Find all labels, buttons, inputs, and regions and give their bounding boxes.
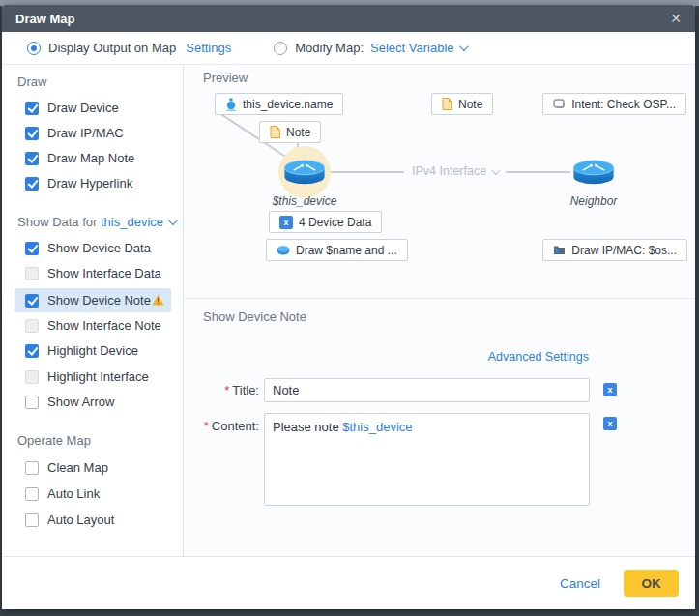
intent-tag-label: Intent: Check OSP...: [571, 98, 676, 111]
note-tag-top[interactable]: Note: [431, 93, 493, 115]
checkbox-draw-ip-mac[interactable]: Draw IP/MAC: [15, 121, 171, 145]
checkbox-show-device-data[interactable]: Show Device Data: [15, 236, 171, 260]
show-data-title-text: Show Data for: [17, 215, 97, 229]
advanced-settings-link[interactable]: Advanced Settings: [488, 350, 589, 364]
checkbox-icon: [25, 461, 39, 475]
chevron-down-icon: [458, 42, 468, 51]
required-marker: *: [224, 383, 229, 397]
note-tag[interactable]: Note: [259, 121, 321, 143]
draw-map-dialog: Draw Map ✕ Display Output on Map Setting…: [2, 5, 695, 609]
checkbox-highlight-device[interactable]: Highlight Device: [15, 338, 171, 363]
checkbox-show-interface-data[interactable]: Show Interface Data: [15, 261, 171, 285]
operate-map-section-title: Operate Map: [17, 433, 91, 448]
panel-title: Show Device Note: [203, 309, 306, 324]
checkbox-icon: [25, 152, 39, 165]
select-variable-label: Select Variable: [370, 41, 453, 55]
device-name-tag[interactable]: this_device.name: [215, 93, 343, 115]
radio-modify-map[interactable]: Modify Map:: [274, 41, 364, 55]
checkbox-show-interface-note[interactable]: Show Interface Note: [15, 313, 171, 337]
checkbox-icon: [25, 370, 39, 384]
radio-unselected-icon: [274, 42, 287, 55]
checkbox-draw-hyperlink[interactable]: Draw Hyperlink: [15, 171, 171, 195]
checkbox-icon: [25, 177, 39, 191]
variable-icon: x: [279, 216, 293, 229]
options-sidebar: Draw Draw Device Draw IP/MAC Draw Map No…: [2, 65, 184, 556]
content-textarea[interactable]: Please note $this_device: [264, 413, 590, 506]
checkbox-auto-link[interactable]: Auto Link: [15, 482, 171, 506]
device-data-tag[interactable]: x 4 Device Data: [269, 211, 382, 233]
preview-title: Preview: [203, 71, 248, 85]
show-device-note-panel: Show Device Note Advanced Settings *Titl…: [184, 298, 695, 556]
draw-section-title: Draw: [17, 74, 46, 89]
draw-ipmac-tag[interactable]: Draw IP/MAC: $os...: [542, 239, 687, 261]
checkbox-icon: [25, 513, 39, 527]
radio-display-output-on-map[interactable]: Display Output on Map: [27, 41, 176, 55]
dialog-footer: Cancel OK: [2, 556, 695, 609]
show-data-variable-dropdown[interactable]: this_device: [101, 215, 175, 229]
checkbox-icon: [25, 319, 39, 333]
radio-selected-icon: [27, 42, 41, 55]
title-field-label: *Title:: [184, 383, 259, 397]
settings-link[interactable]: Settings: [186, 41, 231, 55]
checkbox-draw-device[interactable]: Draw Device: [15, 96, 171, 120]
checkbox-icon: [25, 102, 39, 115]
router-icon-neighbor[interactable]: [571, 158, 616, 187]
checkbox-draw-map-note[interactable]: Draw Map Note: [15, 146, 171, 170]
draw-name-tag[interactable]: Draw $name and ...: [266, 239, 408, 261]
checkbox-icon: [25, 267, 39, 280]
checkbox-clean-map[interactable]: Clean Map: [15, 455, 171, 480]
cancel-button[interactable]: Cancel: [560, 576, 600, 591]
note-icon: [270, 126, 280, 138]
device-name-icon: [225, 98, 237, 111]
title-input[interactable]: [264, 378, 590, 402]
intent-icon: [553, 99, 566, 110]
note-icon: [442, 98, 452, 110]
neighbor-label: Neighbor: [543, 194, 644, 208]
warning-icon: [152, 294, 164, 306]
link-interface-label: IPv4 Interface: [412, 164, 486, 178]
dialog-title: Draw Map: [15, 12, 74, 26]
checkbox-icon: [25, 396, 39, 409]
chevron-down-icon: [168, 216, 178, 225]
radio-display-output-label: Display Output on Map: [48, 41, 176, 55]
checkbox-show-device-note[interactable]: Show Device Note: [15, 288, 171, 312]
close-icon[interactable]: ✕: [670, 11, 682, 26]
content-text: Please note: [273, 420, 342, 434]
checkbox-icon: [25, 487, 39, 501]
select-variable-dropdown[interactable]: Select Variable: [370, 41, 465, 55]
dialog-header: Draw Map ✕: [2, 5, 695, 32]
this-device-label: $this_device: [254, 194, 355, 208]
checkbox-icon: [25, 344, 39, 358]
device-name-tag-label: this_device.name: [243, 98, 333, 111]
variable-icon[interactable]: x: [603, 417, 617, 430]
checkbox-show-arrow[interactable]: Show Arrow: [15, 390, 171, 414]
note-tag-label: Note: [286, 126, 310, 139]
mode-bar: Display Output on Map Settings Modify Ma…: [2, 32, 695, 65]
content-area: Preview this_device.name: [184, 65, 695, 556]
radio-modify-map-label: Modify Map:: [295, 41, 364, 55]
draw-ipmac-tag-label: Draw IP/MAC: $os...: [571, 244, 677, 257]
router-icon: [277, 246, 290, 255]
checkbox-icon: [25, 294, 39, 308]
note-tag-label: Note: [458, 98, 482, 111]
checkbox-icon: [25, 127, 39, 140]
show-data-section-title: Show Data for this_device: [17, 215, 175, 229]
device-data-tag-label: 4 Device Data: [299, 216, 371, 229]
link-interface-dropdown[interactable]: IPv4 Interface: [404, 164, 506, 178]
checkbox-icon: [25, 242, 39, 255]
ok-button[interactable]: OK: [624, 570, 679, 597]
content-field-label: *Content:: [184, 419, 259, 433]
intent-tag[interactable]: Intent: Check OSP...: [542, 93, 686, 115]
variable-icon[interactable]: x: [603, 383, 617, 396]
required-marker: *: [204, 419, 209, 433]
chevron-down-icon: [491, 165, 501, 175]
content-variable: $this_device: [342, 420, 412, 434]
checkbox-highlight-interface[interactable]: Highlight Interface: [15, 365, 171, 389]
checkbox-auto-layout[interactable]: Auto Layout: [15, 508, 171, 532]
draw-name-tag-label: Draw $name and ...: [296, 244, 397, 257]
router-icon-this-device[interactable]: [282, 158, 327, 187]
folder-icon: [553, 245, 566, 255]
